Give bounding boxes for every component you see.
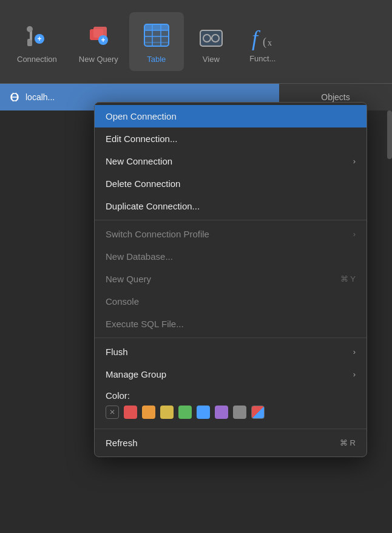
menu-item-new-database[interactable]: New Database...: [95, 245, 367, 268]
table-label: Table: [147, 55, 166, 64]
manage-group-arrow: ›: [353, 370, 356, 379]
new-query-icon: +: [85, 22, 112, 49]
new-query-icon-wrapper: +: [83, 19, 114, 51]
connection-label: Connection: [17, 55, 57, 64]
table-icon: [141, 19, 172, 51]
menu-item-open-connection[interactable]: Open Connection: [95, 105, 367, 127]
color-section: Color: ✕: [95, 385, 367, 426]
refresh-label: Refresh: [106, 438, 138, 448]
color-swatch-red[interactable]: [124, 406, 137, 419]
color-swatch-yellow[interactable]: [160, 406, 174, 419]
connection-row-icon: [8, 91, 21, 103]
manage-group-label: Manage Group: [106, 369, 166, 379]
scrollbar[interactable]: [387, 110, 392, 159]
svg-point-2: [27, 26, 33, 32]
connection-label-text: localh...: [25, 92, 55, 102]
menu-item-edit-connection[interactable]: Edit Connection...: [95, 127, 367, 150]
console-label: Console: [106, 296, 139, 307]
menu-item-new-query[interactable]: New Query ⌘ Y: [95, 268, 367, 290]
menu-item-flush[interactable]: Flush ›: [95, 341, 367, 363]
duplicate-connection-label: Duplicate Connection...: [106, 201, 200, 211]
svg-text:+: +: [101, 36, 106, 44]
new-connection-arrow: ›: [353, 157, 356, 166]
color-swatch-purple[interactable]: [215, 406, 228, 419]
connection-icon: +: [24, 22, 50, 49]
toolbar-item-function[interactable]: f ( x Funct...: [238, 13, 287, 70]
toolbar-item-new-query[interactable]: + New Query: [68, 12, 129, 71]
svg-text:x: x: [268, 38, 272, 47]
menu-item-console[interactable]: Console: [95, 290, 367, 313]
menu-item-duplicate-connection[interactable]: Duplicate Connection...: [95, 195, 367, 217]
color-swatch-orange[interactable]: [142, 406, 155, 419]
switch-profile-label: Switch Connection Profile: [106, 229, 209, 239]
view-icon: [198, 22, 225, 49]
color-swatches: ✕: [106, 406, 356, 419]
new-query-label: New Query: [79, 55, 118, 64]
flush-arrow: ›: [353, 347, 356, 356]
open-connection-label: Open Connection: [106, 111, 177, 121]
svg-text:f: f: [252, 26, 261, 50]
color-swatch-gray[interactable]: [233, 406, 246, 419]
menu-item-delete-connection[interactable]: Delete Connection: [95, 172, 367, 195]
menu-item-switch-profile[interactable]: Switch Connection Profile ›: [95, 223, 367, 245]
context-menu: Open Connection Edit Connection... New C…: [94, 102, 367, 457]
menu-item-execute-sql[interactable]: Execute SQL File...: [95, 313, 367, 335]
view-icon-wrapper: [195, 19, 227, 51]
color-swatch-none[interactable]: ✕: [106, 406, 119, 419]
delete-connection-label: Delete Connection: [106, 178, 180, 189]
color-section-label: Color:: [106, 390, 356, 401]
menu-new-query-label: New Query: [106, 274, 151, 284]
svg-text:+: +: [37, 35, 41, 43]
divider-3: [95, 429, 367, 429]
execute-sql-label: Execute SQL File...: [106, 319, 184, 329]
function-label: Funct...: [249, 54, 275, 63]
menu-item-refresh[interactable]: Refresh ⌘ R: [95, 432, 367, 454]
function-icon: f ( x: [249, 20, 276, 52]
toolbar-item-view[interactable]: View: [184, 12, 238, 71]
divider-2: [95, 338, 367, 338]
connection-icon-wrapper: +: [21, 19, 53, 51]
new-database-label: New Database...: [106, 251, 173, 262]
svg-text:(: (: [263, 36, 266, 49]
switch-profile-arrow: ›: [353, 229, 356, 239]
function-icon-wrapper: f ( x: [249, 20, 276, 54]
refresh-shortcut: ⌘ R: [340, 438, 356, 447]
menu-item-new-connection[interactable]: New Connection ›: [95, 150, 367, 172]
svg-rect-11: [144, 24, 169, 30]
toolbar: + Connection + New Query: [0, 0, 392, 84]
toolbar-item-connection[interactable]: + Connection: [6, 12, 68, 71]
flush-label: Flush: [106, 347, 128, 357]
new-connection-label: New Connection: [106, 156, 172, 166]
toolbar-item-table[interactable]: Table: [129, 12, 184, 71]
view-label: View: [203, 55, 220, 64]
objects-tab-label: Objects: [321, 92, 350, 102]
color-swatch-green[interactable]: [178, 406, 192, 419]
divider-1: [95, 220, 367, 220]
color-swatch-blue[interactable]: [197, 406, 210, 419]
menu-item-manage-group[interactable]: Manage Group ›: [95, 363, 367, 385]
new-query-shortcut: ⌘ Y: [340, 274, 356, 283]
edit-connection-label: Edit Connection...: [106, 134, 177, 144]
color-swatch-custom[interactable]: [251, 406, 265, 419]
table-icon-wrapper: [141, 19, 172, 51]
